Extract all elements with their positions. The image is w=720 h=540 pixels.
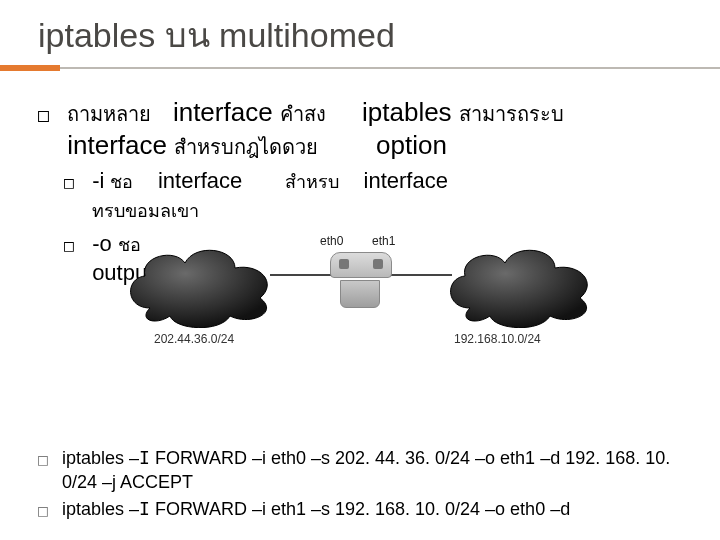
cloud-left-icon (120, 238, 280, 328)
intro-word-option: option (376, 130, 447, 160)
command-2-text: iptables –I FORWARD –i eth1 –s 192. 168.… (62, 497, 682, 521)
eth1-label: eth1 (372, 234, 395, 248)
intro-part-a: ถามหลาย (67, 103, 151, 125)
bullet-icon: □ (38, 446, 62, 471)
intro-block: □ ถามหลาย interface คำสง iptables สามารถ… (38, 96, 682, 161)
sub-i-interface2: interface (364, 168, 448, 193)
intro-word-interface1: interface (173, 97, 273, 127)
bullet-icon: □ (64, 236, 86, 257)
subnet-right: 192.168.10.0/24 (454, 332, 541, 346)
sub-i-label-b: สำหรบ (285, 172, 339, 192)
flag-i: -i (92, 168, 110, 193)
divider (60, 67, 720, 69)
slide: iptables บน multihomed □ ถามหลาย interfa… (0, 0, 720, 540)
bullet-icon: □ (64, 173, 86, 194)
command-1-text: iptables –I FORWARD –i eth0 –s 202. 44. … (62, 446, 682, 495)
sub-i-interface: interface (158, 168, 242, 193)
bullet-icon: □ (38, 104, 60, 127)
subnet-left: 202.44.36.0/24 (154, 332, 234, 346)
intro-word-iptables: iptables (362, 97, 452, 127)
intro-part-d: สำหรบกฎไดดวย (174, 136, 318, 158)
sub-i-label-a: ชอ (110, 172, 133, 192)
wire-left (270, 274, 334, 276)
accent-bar (0, 65, 60, 71)
intro-part-c: สามารถระบ (459, 103, 564, 125)
command-row-1: □ iptables –I FORWARD –i eth0 –s 202. 44… (38, 446, 682, 495)
sub-i-line: □ -i ชอ interface สำหรบ interface ทรบขอม… (64, 167, 682, 224)
title-underline (0, 65, 720, 71)
wire-right (388, 274, 452, 276)
intro-part-b: คำสง (280, 103, 326, 125)
cloud-right-icon (440, 238, 600, 328)
network-diagram: eth0 eth1 202.44.36.0/24 192.168.10.0/24 (120, 218, 600, 358)
bullet-icon: □ (38, 497, 62, 522)
eth0-label: eth0 (320, 234, 343, 248)
commands-block: □ iptables –I FORWARD –i eth0 –s 202. 44… (38, 446, 682, 523)
flag-o: -o (92, 231, 118, 256)
router-icon (330, 252, 390, 308)
command-row-2: □ iptables –I FORWARD –i eth1 –s 192. 16… (38, 497, 682, 522)
slide-title: iptables บน multihomed (0, 0, 720, 62)
intro-word-interface2: interface (67, 130, 167, 160)
